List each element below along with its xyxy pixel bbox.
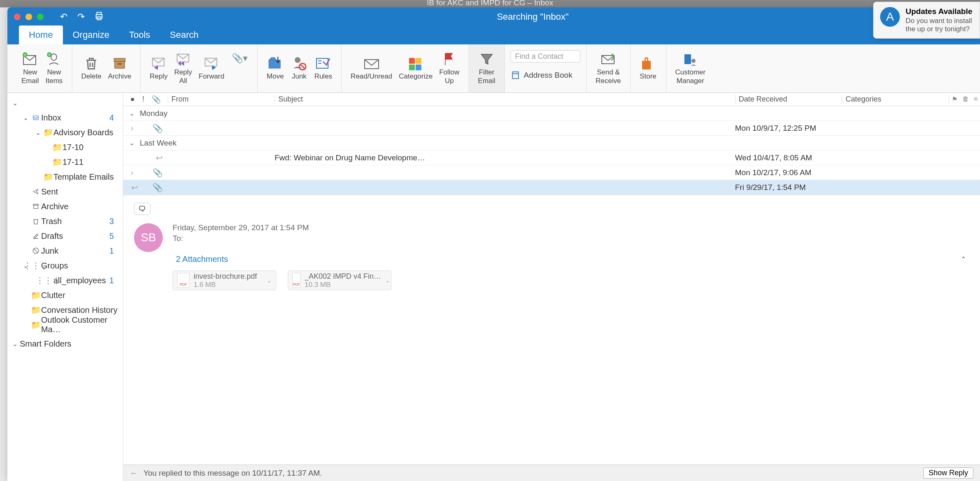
attachment-item[interactable]: PDF _AK002 IMPD v4 Fin… 10.3 MB ⌄ — [288, 271, 391, 290]
email-row[interactable]: ↩ 📎 Fri 9/29/17, 1:54 PM — [123, 180, 980, 195]
conversation-icon[interactable]: 🗨 — [134, 203, 150, 215]
minimize-window-icon[interactable] — [25, 14, 32, 20]
new-items-icon: + — [46, 52, 63, 67]
delete-button[interactable]: Delete — [78, 54, 105, 82]
reply-note: You replied to this message on 10/11/17,… — [143, 469, 322, 478]
sidebar-trash[interactable]: Trash3 — [7, 214, 123, 229]
sidebar-drafts[interactable]: Drafts5 — [7, 229, 123, 243]
reading-pane: 🗨 SB Friday, September 29, 2017 at 1:54 … — [123, 195, 980, 481]
app-store-icon — [880, 7, 900, 27]
attachment-icon: 📎 — [153, 168, 163, 178]
sidebar-inbox[interactable]: ⌄Inbox4 — [7, 110, 123, 125]
task-col-icon[interactable]: ≡ — [974, 95, 978, 103]
sidebar-1711[interactable]: 📁17-11 — [7, 155, 123, 169]
svg-text:+: + — [48, 53, 51, 57]
reply-button[interactable]: Reply — [146, 54, 171, 82]
svg-rect-26 — [416, 65, 421, 70]
email-row[interactable]: › 📎 Mon 10/9/17, 12:25 PM — [123, 121, 980, 136]
email-row[interactable]: › 📎 Mon 10/2/17, 9:06 AM — [123, 165, 980, 180]
send-receive-button[interactable]: Send & Receive — [592, 50, 624, 87]
chevron-down-icon[interactable]: ⌄ — [267, 277, 272, 284]
maximize-window-icon[interactable] — [37, 14, 44, 20]
close-window-icon[interactable] — [14, 14, 21, 20]
attachment-item[interactable]: PDF invest-brochure.pdf 1.6 MB ⌄ — [173, 271, 276, 290]
sidebar-junk[interactable]: Junk1 — [7, 243, 123, 258]
svg-text:+: + — [24, 53, 26, 57]
redo-icon[interactable]: ↷ — [77, 12, 85, 22]
email-row[interactable]: ↩ Fwd: Webinar on Drug Name Developme… W… — [123, 150, 980, 165]
thread-chevron-icon[interactable]: › — [131, 123, 134, 133]
respond-more-button[interactable]: 📎▾ — [228, 49, 252, 67]
delete-col-icon[interactable]: 🗑 — [962, 95, 969, 103]
background-window-title: IB for AKC and IMPD for CG – Inbox — [0, 0, 980, 5]
sidebar-ocm[interactable]: 📁Outlook Customer Ma… — [7, 317, 123, 332]
junk-icon — [291, 56, 308, 71]
svg-point-18 — [295, 57, 300, 63]
move-button[interactable]: Move — [263, 54, 287, 82]
filter-email-button[interactable]: Filter Email — [475, 50, 499, 87]
trash-icon — [83, 56, 100, 71]
follow-up-button[interactable]: Follow Up — [436, 50, 462, 87]
flag-col-icon[interactable]: ⚑ — [952, 95, 957, 103]
address-book-button[interactable]: Address Book — [511, 71, 572, 80]
replied-icon: ↩ — [131, 183, 138, 192]
sidebar-all-employees[interactable]: ⋮⋮⋮all_employees1 — [7, 273, 123, 288]
categorize-icon — [407, 56, 424, 71]
categorize-button[interactable]: Categorize — [395, 54, 436, 82]
col-subject[interactable]: Subject — [275, 95, 735, 104]
store-button[interactable]: Store — [636, 54, 660, 82]
outlook-window: ↶ ↷ Searching "Inbox" Home Organize Tool… — [7, 7, 980, 481]
email-to: To: — [173, 234, 969, 243]
reply-icon — [150, 56, 167, 71]
rules-icon — [314, 56, 332, 71]
reply-bar: ← You replied to this message on 10/11/1… — [123, 465, 980, 481]
archive-button[interactable]: Archive — [105, 54, 135, 82]
attachment-small-icon: 📎▾ — [231, 51, 248, 66]
sidebar-account[interactable]: ⌄ — [7, 95, 123, 110]
new-items-button[interactable]: + New Items — [42, 50, 66, 87]
undo-icon[interactable]: ↶ — [60, 12, 67, 22]
rules-button[interactable]: Rules — [311, 54, 335, 82]
avatar: SB — [134, 223, 163, 252]
sidebar-advisory[interactable]: ⌄📁Advisory Boards — [7, 125, 123, 140]
sidebar-sent[interactable]: Sent — [7, 184, 123, 199]
svg-rect-11 — [114, 58, 125, 62]
thread-chevron-icon[interactable]: › — [131, 168, 134, 178]
tab-home[interactable]: Home — [19, 25, 63, 44]
attachments-toggle[interactable]: 2 Attachments ⌃ — [173, 253, 969, 266]
sidebar-groups[interactable]: ⌄⋮⋮⋮Groups — [7, 258, 123, 273]
sidebar-smart-folders[interactable]: ⌄Smart Folders — [7, 336, 123, 351]
reply-all-button[interactable]: Reply All — [171, 50, 195, 87]
update-notification[interactable]: Updates Available Do you want to install… — [873, 2, 980, 39]
tab-bar: Home Organize Tools Search — [7, 26, 980, 44]
new-email-button[interactable]: + New Email — [18, 50, 42, 87]
customer-manager-icon — [682, 52, 699, 67]
tab-search[interactable]: Search — [160, 25, 208, 44]
group-last-week[interactable]: ⌄Last Week — [123, 136, 980, 150]
junk-button[interactable]: Junk — [287, 54, 311, 82]
print-icon[interactable] — [95, 12, 104, 22]
svg-point-31 — [691, 59, 696, 63]
tab-organize[interactable]: Organize — [63, 25, 119, 44]
forward-button[interactable]: Forward — [195, 54, 227, 82]
svg-line-36 — [34, 249, 38, 253]
replied-icon: ↩ — [156, 153, 163, 163]
col-from[interactable]: From — [168, 95, 275, 104]
chevron-down-icon[interactable]: ⌄ — [385, 277, 390, 284]
find-contact-input[interactable]: Find a Contact — [511, 50, 580, 62]
read-unread-button[interactable]: Read/Unread — [347, 54, 395, 82]
titlebar: ↶ ↷ Searching "Inbox" — [7, 7, 980, 26]
group-monday[interactable]: ⌄Monday — [123, 106, 980, 121]
sidebar-templates[interactable]: 📁Template Emails — [7, 169, 123, 184]
show-reply-button[interactable]: Show Reply — [923, 467, 973, 479]
customer-manager-button[interactable]: Customer Manager — [672, 50, 709, 87]
sidebar-archive[interactable]: Archive — [7, 199, 123, 214]
sidebar-1710[interactable]: 📁17-10 — [7, 140, 123, 155]
col-date[interactable]: Date Received — [735, 95, 842, 104]
sidebar-clutter[interactable]: 📁Clutter — [7, 288, 123, 303]
col-categories[interactable]: Categories — [842, 95, 949, 104]
svg-point-8 — [51, 54, 57, 60]
back-arrow-icon[interactable]: ← — [130, 469, 138, 478]
attachment-icon: 📎 — [153, 183, 163, 192]
tab-tools[interactable]: Tools — [119, 25, 160, 44]
